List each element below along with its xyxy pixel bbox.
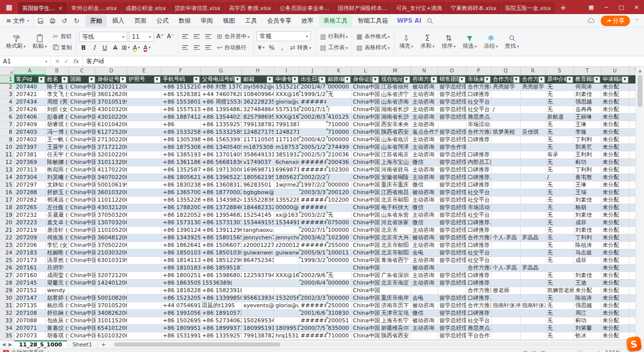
row-number[interactable]: 27 xyxy=(0,272,14,280)
cell[interactable]: ######## xyxy=(299,197,326,204)
cell[interactable]: 410125 xyxy=(326,114,351,121)
filter-dropdown-icon[interactable]: ▼ xyxy=(120,76,126,83)
cell[interactable]: 微信 xyxy=(411,182,438,189)
filter-dropdown-icon[interactable]: ▼ xyxy=(622,76,628,83)
cell[interactable]: 口碑推荐 xyxy=(466,91,491,99)
cell[interactable] xyxy=(127,99,161,106)
cell[interactable]: +86 1391129694 xyxy=(200,227,242,234)
cell[interactable]: 凯狮营老师 xyxy=(545,287,574,295)
cell[interactable]: jennychen7 xyxy=(274,234,299,242)
undo-icon[interactable]: ↺ xyxy=(60,16,69,25)
cell[interactable]: 刘素佳 xyxy=(574,212,601,219)
cell[interactable]: 成菲 xyxy=(574,219,601,227)
cell[interactable] xyxy=(438,287,466,295)
cell[interactable]: 无 xyxy=(545,272,574,280)
cell[interactable]: 留学总经理 xyxy=(438,129,466,136)
cell[interactable]: +86 13611860 xyxy=(161,159,200,166)
cell[interactable]: 主动咨询 xyxy=(411,212,438,219)
cell[interactable] xyxy=(127,166,161,174)
cell[interactable]: ######## xyxy=(299,219,326,227)
cell[interactable]: 2005/9/16 xyxy=(299,249,326,257)
cell[interactable]: +86 18753080 xyxy=(161,144,200,151)
cell[interactable]: China中国 xyxy=(351,332,379,340)
cell[interactable]: XXX@163.( xyxy=(274,272,299,280)
column-header-R[interactable]: R xyxy=(520,67,545,75)
cell[interactable] xyxy=(326,204,351,212)
cell[interactable]: +86 1372884680 xyxy=(200,204,242,212)
cell[interactable]: 个人-罗晶 xyxy=(491,265,520,272)
filter-dropdown-icon[interactable]: ▼ xyxy=(594,76,600,83)
cell[interactable] xyxy=(127,234,161,242)
filter-dropdown-icon[interactable]: ▼ xyxy=(567,76,573,83)
cell[interactable]: 200436 xyxy=(326,159,351,166)
row-number[interactable]: 14 xyxy=(0,174,14,182)
cell[interactable]: XXX@163.c xyxy=(274,91,299,99)
cell[interactable] xyxy=(242,280,274,287)
cell[interactable]: 无 xyxy=(326,272,351,280)
cell[interactable]: 丁利利 xyxy=(574,136,601,144)
cell[interactable]: 合作方老▼ xyxy=(520,75,545,83)
cell[interactable] xyxy=(520,325,545,332)
cell[interactable]: 207304 xyxy=(14,174,45,182)
cell[interactable]: 2002/8/20 xyxy=(299,340,326,340)
cell[interactable]: 169698711 xyxy=(242,166,274,174)
row-number[interactable]: 10 xyxy=(0,144,14,151)
column-header-H[interactable]: H xyxy=(242,67,274,75)
sheet-tab-Sheet1[interactable]: Sheet1 xyxy=(67,340,98,348)
filter-button[interactable]: 筛选 xyxy=(460,33,479,50)
cell[interactable]: 合作方推荐 xyxy=(466,83,491,91)
cell[interactable]: 亮亮留学 xyxy=(520,83,545,91)
cell[interactable]: 主动咨询 xyxy=(411,257,438,265)
cell[interactable]: 山东省济宁 xyxy=(379,91,411,99)
cell[interactable]: 山东省济南 xyxy=(379,99,411,106)
cell[interactable]: 207108 xyxy=(14,310,45,317)
cell[interactable]: 陈祖涛 xyxy=(574,295,601,302)
cell[interactable]: 207265 xyxy=(14,204,45,212)
filter-dropdown-icon[interactable]: ▼ xyxy=(38,76,45,83)
cell[interactable]: 000000 xyxy=(326,280,351,287)
cell[interactable]: 返点合作方 xyxy=(411,129,438,136)
cell[interactable]: +86 1891057380 xyxy=(200,310,242,317)
cell[interactable]: 未分配 xyxy=(601,340,629,340)
cell[interactable]: +86 15152100 xyxy=(161,83,200,91)
page-break-view-icon[interactable]: ▥ xyxy=(540,350,545,352)
cell[interactable]: 799138782 xyxy=(242,332,274,340)
cell[interactable]: 留学总经理 xyxy=(438,257,466,265)
cell[interactable]: +44 07546918 xyxy=(161,302,200,310)
cell[interactable]: 留学总经理 xyxy=(438,234,466,242)
cell[interactable] xyxy=(491,91,520,99)
cell[interactable]: m1875308# xyxy=(274,144,299,151)
cell[interactable]: 衡宛雨 (女 xyxy=(45,166,68,174)
cell[interactable]: ######## xyxy=(299,159,326,166)
cell[interactable] xyxy=(545,265,574,272)
cell[interactable]: 黄韦慧 xyxy=(574,174,601,182)
row-number[interactable]: 30 xyxy=(0,295,14,302)
cell[interactable]: China中国 xyxy=(68,106,96,114)
cell[interactable] xyxy=(520,159,545,166)
cell[interactable]: +86 18141137 xyxy=(161,257,200,265)
cell[interactable] xyxy=(520,114,545,121)
cell[interactable]: +86 1396522100 xyxy=(200,174,242,182)
cell[interactable]: 153449155. xyxy=(274,219,299,227)
cell[interactable]: 未分配 xyxy=(601,136,629,144)
cell[interactable] xyxy=(491,204,520,212)
cell[interactable]: 口碑推荐.3 xyxy=(466,174,491,182)
sheet-prev-icon[interactable]: ◀ xyxy=(2,342,6,347)
cell[interactable]: 罗晶晶 xyxy=(520,234,545,242)
menu-item-审阅[interactable]: 审阅 xyxy=(196,15,217,27)
row-number[interactable]: 23 xyxy=(0,242,14,249)
cell[interactable]: 社交平台 xyxy=(466,106,491,114)
cell[interactable]: 上海市长宁 xyxy=(379,317,411,325)
cell[interactable] xyxy=(411,332,438,340)
column-header-G[interactable]: G xyxy=(200,67,242,75)
cell[interactable] xyxy=(438,265,466,272)
cell[interactable] xyxy=(242,265,274,272)
horizontal-scrollbar[interactable] xyxy=(113,342,640,347)
menu-item-工具[interactable]: 工具 xyxy=(240,15,262,27)
cell[interactable]: +86 1343982452 xyxy=(200,197,242,204)
cell[interactable] xyxy=(520,272,545,280)
cell[interactable]: +86 15575158 xyxy=(161,106,200,114)
cell[interactable]: 留学总经理 xyxy=(438,310,466,317)
cell[interactable]: 北京市 xyxy=(379,227,411,234)
cell[interactable]: 未分配 xyxy=(601,204,629,212)
